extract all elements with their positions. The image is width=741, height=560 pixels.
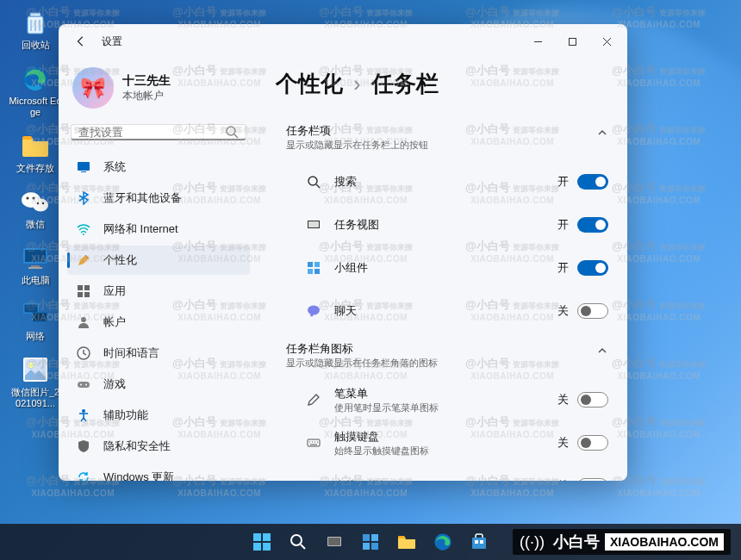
setting-row-chat: 聊天关 [276, 289, 619, 333]
toggle-state-label: 开 [557, 217, 569, 233]
setting-row-pen: 笔菜单使用笔时显示笔菜单图标关 [276, 378, 619, 421]
network-icon[interactable]: 网络 [9, 298, 62, 342]
sidebar-item-label: 帐户 [103, 314, 126, 330]
widgets-icon [305, 259, 322, 277]
toggle-switch[interactable] [577, 478, 608, 481]
svg-rect-47 [253, 543, 261, 551]
setting-row-taskview: 任务视图开 [276, 203, 619, 246]
taskview-icon [305, 216, 322, 233]
section-header[interactable]: 任务栏项显示或隐藏显示在任务栏上的按钮 [276, 115, 619, 160]
svg-point-8 [42, 202, 44, 204]
svg-point-33 [85, 384, 87, 386]
start-button[interactable] [246, 526, 277, 557]
toggle-switch[interactable] [577, 392, 608, 408]
accounts-icon [76, 314, 91, 330]
toggle-state-label: 关 [557, 392, 569, 408]
svg-point-34 [82, 409, 85, 413]
maximize-button[interactable] [555, 28, 589, 55]
toggle-state-label: 关 [557, 303, 569, 319]
this-pc-icon[interactable]: 此电脑 [9, 242, 62, 286]
nav-list: 系统蓝牙和其他设备网络和 Internet个性化应用帐户时间和语言游戏辅助功能隐… [67, 152, 250, 481]
toggle-switch[interactable] [577, 217, 608, 233]
sidebar-item-apps[interactable]: 应用 [67, 277, 250, 306]
svg-rect-37 [308, 221, 319, 227]
svg-point-24 [83, 233, 84, 235]
chat-icon [305, 302, 322, 320]
minimize-button[interactable] [520, 28, 555, 55]
toggle-switch[interactable] [577, 303, 608, 319]
sidebar-item-label: Windows 更新 [103, 470, 174, 481]
taskview-icon[interactable] [319, 526, 350, 557]
svg-rect-41 [314, 269, 320, 274]
svg-rect-55 [371, 543, 378, 550]
sidebar-item-time[interactable]: 时间和语言 [67, 339, 250, 368]
svg-point-5 [27, 197, 29, 200]
folder-icon[interactable]: 文件存放 [9, 130, 62, 174]
store-icon[interactable] [464, 526, 495, 557]
taskbar-search-icon[interactable] [283, 526, 314, 557]
toggle-switch[interactable] [577, 174, 608, 190]
sidebar-item-accounts[interactable]: 帐户 [67, 308, 250, 337]
search-box[interactable] [71, 124, 246, 140]
svg-rect-46 [263, 533, 271, 541]
widgets-icon[interactable] [355, 526, 386, 557]
profile[interactable]: 🎀 十三先生 本地帐户 [67, 65, 250, 117]
sidebar-item-system[interactable]: 系统 [67, 152, 250, 182]
svg-point-7 [37, 202, 39, 204]
sidebar-item-accessibility[interactable]: 辅助功能 [67, 401, 250, 430]
edge-taskbar-icon[interactable] [427, 526, 458, 557]
pen-icon [305, 391, 322, 408]
svg-rect-40 [308, 269, 313, 274]
watermark-corner: ((·)) 小白号 XIAOBAIHAO.COM [513, 529, 731, 555]
svg-rect-58 [475, 540, 478, 544]
sidebar-item-label: 辅助功能 [103, 408, 148, 423]
edge-icon[interactable]: Microsoft Edge [9, 63, 62, 118]
svg-rect-1 [30, 13, 40, 16]
toggle-state-label: 开 [557, 174, 569, 190]
svg-rect-53 [371, 534, 378, 541]
sidebar-item-network[interactable]: 网络和 Internet [67, 215, 250, 244]
sidebar-item-update[interactable]: Windows 更新 [67, 463, 250, 481]
close-button[interactable] [589, 28, 624, 55]
search-input[interactable] [78, 126, 225, 139]
svg-rect-22 [78, 162, 90, 171]
sidebar-item-personalization[interactable]: 个性化 [67, 246, 250, 275]
toggle-switch[interactable] [577, 435, 608, 451]
gaming-icon [76, 376, 91, 392]
explorer-icon[interactable] [391, 526, 422, 557]
chevron-up-icon [596, 127, 608, 139]
section-header[interactable]: 任务栏角图标显示或隐藏显示在任务栏角落的图标 [276, 333, 619, 378]
svg-rect-10 [25, 250, 46, 262]
window-title: 设置 [102, 34, 122, 49]
search-icon [225, 125, 239, 139]
svg-rect-48 [263, 543, 271, 551]
recycle-bin-icon[interactable]: 回收站 [9, 7, 62, 51]
keyboard-icon [305, 434, 322, 451]
breadcrumb-parent[interactable]: 个性化 [276, 69, 343, 99]
desktop-icons: 回收站 Microsoft Edge 文件存放 微信 此电脑 网络 微信图片_2… [9, 7, 62, 409]
sidebar-item-label: 蓝牙和其他设备 [103, 190, 182, 206]
content-area: 个性化 › 任务栏 任务栏项显示或隐藏显示在任务栏上的按钮搜索开任务视图开小组件… [258, 59, 627, 481]
sidebar-item-gaming[interactable]: 游戏 [67, 370, 250, 399]
svg-point-4 [33, 199, 48, 212]
apps-icon [76, 283, 91, 299]
sidebar-item-privacy[interactable]: 隐私和安全性 [67, 432, 250, 461]
update-icon [76, 470, 91, 481]
toggle-switch[interactable] [577, 260, 608, 276]
image-file-icon[interactable]: 微信图片_2021091... [9, 354, 62, 409]
sidebar-item-label: 游戏 [103, 376, 126, 392]
toggle-state-label: 关 [557, 478, 569, 481]
sidebar: 🎀 十三先生 本地帐户 系统蓝牙和其他设备网络和 Internet个性化应用帐户… [59, 59, 258, 481]
setting-row-touchpad: 虚拟触摸板关 [276, 464, 619, 481]
svg-point-35 [308, 177, 317, 185]
sidebar-item-bluetooth[interactable]: 蓝牙和其他设备 [67, 184, 250, 213]
sidebar-item-label: 应用 [103, 283, 126, 299]
svg-rect-43 [308, 439, 320, 446]
svg-rect-51 [328, 538, 340, 545]
back-button[interactable] [67, 28, 95, 55]
svg-rect-59 [480, 540, 483, 544]
system-icon [76, 159, 91, 175]
svg-point-29 [81, 317, 86, 322]
breadcrumb: 个性化 › 任务栏 [276, 69, 619, 99]
wechat-icon[interactable]: 微信 [9, 186, 62, 230]
